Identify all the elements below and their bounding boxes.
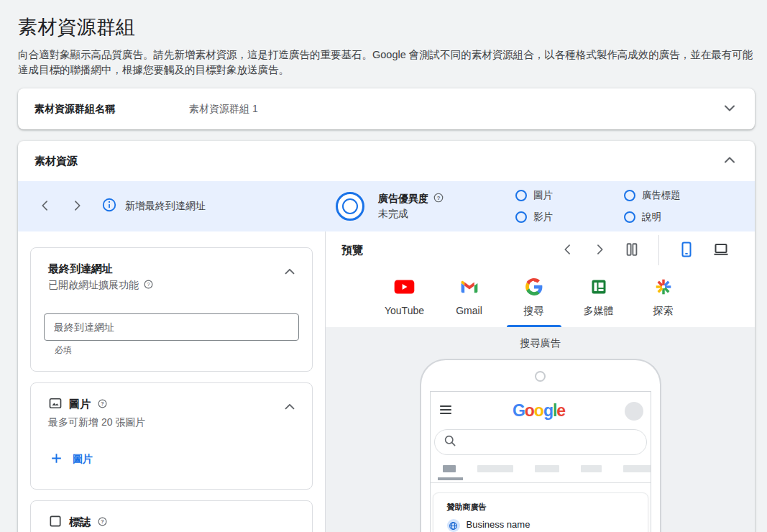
tab-discover[interactable]: 探索 <box>631 269 696 327</box>
sponsored-label: 贊助商廣告 <box>447 502 634 513</box>
mobile-preview-button[interactable] <box>678 241 695 260</box>
content-area: 素材資源群組 向合適對象顯示高品質廣告。請先新增素材資源，這是打造廣告的重要基石… <box>18 0 755 532</box>
collapse-images-button[interactable] <box>282 399 298 417</box>
checklist-label: 影片 <box>533 211 553 224</box>
preview-next-button[interactable] <box>592 242 607 259</box>
ad-strength-label: 廣告優異度 <box>378 193 428 206</box>
radio-icon <box>624 211 635 223</box>
images-title: 圖片 <box>69 398 91 411</box>
expand-name-card-button[interactable] <box>721 99 738 119</box>
checklist-label: 廣告標題 <box>642 189 681 202</box>
ad-strength-gauge-icon <box>336 192 364 221</box>
image-icon <box>48 396 63 413</box>
help-icon[interactable]: ? <box>97 398 108 411</box>
logos-title: 標誌 <box>69 515 91 529</box>
asset-group-page: 素材資源群組 向合適對象顯示高品質廣告。請先新增素材資源，這是打造廣告的重要基石… <box>0 0 767 532</box>
images-subtitle: 最多可新增 20 張圖片 <box>48 416 299 429</box>
final-url-card: 最終到達網址 已開啟網址擴展功能 ? 必填 <box>30 247 313 372</box>
hamburger-menu-icon <box>438 402 454 421</box>
ad-preview-card: 贊助商廣告 Business name www.example.com/ <box>433 492 648 532</box>
previous-suggestion-button[interactable] <box>38 198 52 215</box>
assets-card: 素材資源 <box>18 141 755 532</box>
logo-icon <box>48 514 63 531</box>
preview-title: 預覽 <box>341 244 561 257</box>
asset-group-name-card: 素材資源群組名稱 素材資源群組 1 <box>18 88 755 129</box>
chevron-right-icon <box>592 242 607 259</box>
chevron-up-icon <box>282 264 298 282</box>
ad-strength-indicator: 廣告優異度 ? 未完成 <box>336 181 444 231</box>
next-suggestion-button[interactable] <box>70 198 84 215</box>
checklist-item-videos[interactable]: 影片 <box>515 211 624 224</box>
toolbar-nav: 新增最終到達網址 <box>38 181 206 231</box>
help-icon[interactable]: ? <box>433 192 444 206</box>
svg-text:?: ? <box>437 195 441 201</box>
help-icon[interactable]: ? <box>143 279 154 292</box>
ad-strength-status: 未完成 <box>378 208 444 221</box>
assets-body: 最終到達網址 已開啟網址擴展功能 ? 必填 <box>18 231 755 532</box>
discover-spark-icon <box>654 277 673 297</box>
youtube-icon <box>394 277 415 297</box>
final-url-subtitle: 已開啟網址擴展功能 <box>48 279 139 292</box>
help-icon[interactable]: ? <box>97 516 108 529</box>
tab-gmail[interactable]: Gmail <box>437 269 502 327</box>
preview-gallery-view-button[interactable] <box>624 242 640 260</box>
page-description: 向合適對象顯示高品質廣告。請先新增素材資源，這是打造廣告的重要基石。Google… <box>18 47 755 78</box>
add-final-url-suggestion[interactable]: 新增最終到達網址 <box>125 200 206 213</box>
asset-group-name-label: 素材資源群組名稱 <box>35 103 189 116</box>
gmail-icon <box>460 277 479 297</box>
add-images-label: 圖片 <box>73 453 93 466</box>
divider <box>658 235 659 265</box>
mobile-phone-icon <box>678 241 695 260</box>
business-name: Business name <box>467 519 541 530</box>
search-icon <box>443 434 457 451</box>
final-url-title: 最終到達網址 <box>48 262 299 276</box>
chevron-left-icon <box>561 242 575 259</box>
divider <box>431 482 651 483</box>
mock-active-tab-underline <box>438 477 463 480</box>
required-helper-text: 必填 <box>55 344 299 357</box>
add-images-button[interactable]: 圖片 <box>45 449 97 470</box>
final-url-input[interactable] <box>44 313 299 341</box>
radio-icon <box>624 190 635 201</box>
ad-strength-checklist: 圖片 廣告標題 影片 說明 <box>515 189 681 224</box>
avatar <box>625 402 643 421</box>
collapse-final-url-button[interactable] <box>282 264 298 282</box>
columns-view-icon <box>624 242 640 260</box>
ad-format-label: 搜尋廣告 <box>520 337 561 350</box>
tab-label: 多媒體 <box>584 305 614 318</box>
chevron-down-icon <box>721 99 738 119</box>
checklist-item-descriptions[interactable]: 說明 <box>624 211 681 224</box>
ad-strength-toolbar: 新增最終到達網址 廣告優異度 ? 未完成 圖片 <box>18 181 755 231</box>
preview-canvas: 搜尋廣告 Google <box>326 327 755 532</box>
preview-previous-button[interactable] <box>561 242 575 259</box>
google-logo: Google <box>513 401 565 421</box>
collapse-assets-button[interactable] <box>721 152 738 171</box>
globe-icon <box>447 519 460 532</box>
checklist-item-images[interactable]: 圖片 <box>515 189 624 202</box>
tab-label: YouTube <box>385 305 424 316</box>
checklist-label: 圖片 <box>533 189 553 202</box>
chevron-left-icon <box>38 198 52 215</box>
tab-search[interactable]: 搜尋 <box>502 269 566 327</box>
mock-result-tabs <box>443 465 651 472</box>
images-card: 圖片 ? 最多可新增 20 張圖片 <box>30 382 313 490</box>
plus-icon <box>50 451 63 467</box>
checklist-item-headlines[interactable]: 廣告標題 <box>624 189 681 202</box>
tab-label: Gmail <box>456 305 482 316</box>
laptop-icon <box>712 241 730 260</box>
google-g-icon <box>525 277 543 297</box>
tab-youtube[interactable]: YouTube <box>372 269 437 327</box>
tab-label: 搜尋 <box>524 305 544 318</box>
preview-header: 預覽 <box>326 231 755 269</box>
tab-display[interactable]: 多媒體 <box>566 269 631 327</box>
chevron-right-icon <box>70 198 84 215</box>
tab-label: 探索 <box>653 305 674 318</box>
asset-editor-column: 最終到達網址 已開啟網址擴展功能 ? 必填 <box>18 231 326 532</box>
assets-title: 素材資源 <box>35 155 721 168</box>
desktop-preview-button[interactable] <box>712 241 730 260</box>
svg-text:?: ? <box>147 282 150 288</box>
display-network-icon <box>590 277 607 297</box>
page-title: 素材資源群組 <box>18 0 755 40</box>
phone-mockup: Google <box>420 359 661 532</box>
mock-search-bar <box>434 429 647 455</box>
